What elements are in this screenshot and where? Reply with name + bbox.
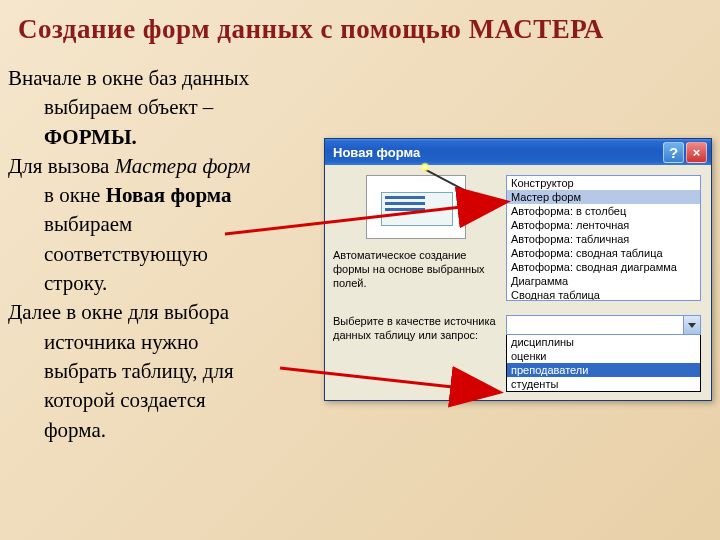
form-type-option[interactable]: Сводная таблица bbox=[507, 288, 700, 301]
t: форма. bbox=[44, 418, 106, 442]
source-combobox[interactable] bbox=[506, 315, 701, 335]
source-label: Выберите в качестве источника данных таб… bbox=[333, 315, 498, 343]
t: в окне bbox=[44, 183, 106, 207]
new-form-dialog: Новая форма ? × Автоматическое создание … bbox=[324, 138, 712, 401]
wizard-wand-icon bbox=[424, 168, 469, 193]
wizard-description: Автоматическое создание формы на основе … bbox=[333, 249, 493, 290]
t: строку. bbox=[44, 271, 107, 295]
t: выбираем bbox=[44, 212, 132, 236]
dialog-titlebar[interactable]: Новая форма ? × bbox=[325, 139, 711, 165]
t: Далее в окне для выбора bbox=[8, 300, 229, 324]
form-type-option[interactable]: Мастер форм bbox=[507, 190, 700, 204]
slide-title: Создание форм данных с помощью МАСТЕРА bbox=[0, 0, 720, 53]
t: источника нужно bbox=[44, 330, 199, 354]
form-type-option[interactable]: Автоформа: сводная таблица bbox=[507, 246, 700, 260]
t: ФОРМЫ. bbox=[44, 125, 137, 149]
form-type-option[interactable]: Конструктор bbox=[507, 176, 700, 190]
combobox-dropdown-button[interactable] bbox=[683, 316, 700, 334]
form-type-option[interactable]: Автоформа: табличная bbox=[507, 232, 700, 246]
t: Новая форма bbox=[106, 183, 232, 207]
t: Для вызова bbox=[8, 154, 115, 178]
slide-body: Вначале в окне баз данных выбираем объек… bbox=[8, 65, 338, 446]
t: которой создается bbox=[44, 388, 206, 412]
t: выбираем объект – bbox=[44, 95, 213, 119]
help-button[interactable]: ? bbox=[663, 142, 684, 163]
source-option[interactable]: студенты bbox=[507, 377, 700, 391]
form-type-option[interactable]: Автоформа: сводная диаграмма bbox=[507, 260, 700, 274]
t: Мастера форм bbox=[115, 154, 251, 178]
close-button[interactable]: × bbox=[686, 142, 707, 163]
source-option[interactable]: преподаватели bbox=[507, 363, 700, 377]
t: соответствующую bbox=[44, 242, 208, 266]
t: Вначале в окне баз данных bbox=[8, 66, 249, 90]
form-type-option[interactable]: Автоформа: в столбец bbox=[507, 204, 700, 218]
form-type-option[interactable]: Автоформа: ленточная bbox=[507, 218, 700, 232]
form-preview bbox=[366, 175, 466, 239]
source-dropdown-list[interactable]: дисциплиныоценкипреподавателистуденты bbox=[506, 335, 701, 392]
source-option[interactable]: дисциплины bbox=[507, 335, 700, 349]
dialog-title: Новая форма bbox=[333, 145, 661, 160]
form-type-option[interactable]: Диаграмма bbox=[507, 274, 700, 288]
source-option[interactable]: оценки bbox=[507, 349, 700, 363]
form-type-listbox[interactable]: КонструкторМастер формАвтоформа: в столб… bbox=[506, 175, 701, 301]
t: выбрать таблицу, для bbox=[44, 359, 234, 383]
